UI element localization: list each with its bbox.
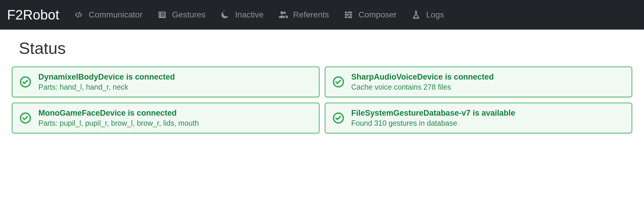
card-title: SharpAudioVoiceDevice is connected xyxy=(351,72,494,82)
check-circle-icon xyxy=(19,76,31,88)
brand[interactable]: F2Robot xyxy=(7,7,59,23)
check-circle-icon xyxy=(332,112,344,124)
nav-referents[interactable]: Referents xyxy=(278,10,329,20)
card-title: FileSystemGestureDatabase-v7 is availabl… xyxy=(351,109,515,118)
page-title: Status xyxy=(19,38,632,58)
nav-label: Gestures xyxy=(172,10,206,20)
check-circle-icon xyxy=(19,112,31,124)
users-icon xyxy=(278,10,288,20)
status-card: FileSystemGestureDatabase-v7 is availabl… xyxy=(325,103,632,133)
navbar: F2Robot Communicator Gestures Inactive R… xyxy=(0,0,644,30)
card-title: DynamixelBodyDevice is connected xyxy=(38,72,175,82)
status-cards: DynamixelBodyDevice is connected Parts: … xyxy=(12,67,632,133)
nav-logs[interactable]: Logs xyxy=(411,10,444,20)
card-body: MonoGameFaceDevice is connected Parts: p… xyxy=(38,109,199,127)
card-desc: Cache voice contains 278 files xyxy=(351,83,494,91)
card-body: SharpAudioVoiceDevice is connected Cache… xyxy=(351,72,494,91)
nav-label: Communicator xyxy=(89,10,142,20)
nav-label: Composer xyxy=(358,10,397,20)
status-card: DynamixelBodyDevice is connected Parts: … xyxy=(12,67,319,97)
nav-items: Communicator Gestures Inactive Referents xyxy=(74,10,444,20)
card-body: FileSystemGestureDatabase-v7 is availabl… xyxy=(351,109,515,127)
nav-label: Referents xyxy=(293,10,329,20)
nav-composer[interactable]: Composer xyxy=(344,10,397,20)
list-icon xyxy=(157,10,167,20)
card-desc: Found 310 gestures in database xyxy=(351,119,515,127)
nav-communicator[interactable]: Communicator xyxy=(74,10,142,20)
grid-icon xyxy=(344,10,353,20)
nav-label: Logs xyxy=(426,10,444,20)
card-desc: Parts: hand_l, hand_r, neck xyxy=(38,83,175,91)
check-circle-icon xyxy=(332,76,344,88)
card-title: MonoGameFaceDevice is connected xyxy=(38,109,199,118)
card-body: DynamixelBodyDevice is connected Parts: … xyxy=(38,72,175,91)
nav-label: Inactive xyxy=(235,10,264,20)
code-slash-icon xyxy=(74,10,83,20)
status-card: MonoGameFaceDevice is connected Parts: p… xyxy=(12,103,319,133)
moon-icon xyxy=(220,10,230,20)
flask-icon xyxy=(411,10,421,20)
content: Status DynamixelBodyDevice is connected … xyxy=(0,30,644,142)
nav-gestures[interactable]: Gestures xyxy=(157,10,206,20)
nav-inactive[interactable]: Inactive xyxy=(220,10,264,20)
card-desc: Parts: pupil_l, pupil_r, brow_l, brow_r,… xyxy=(38,119,199,127)
status-card: SharpAudioVoiceDevice is connected Cache… xyxy=(325,67,632,97)
